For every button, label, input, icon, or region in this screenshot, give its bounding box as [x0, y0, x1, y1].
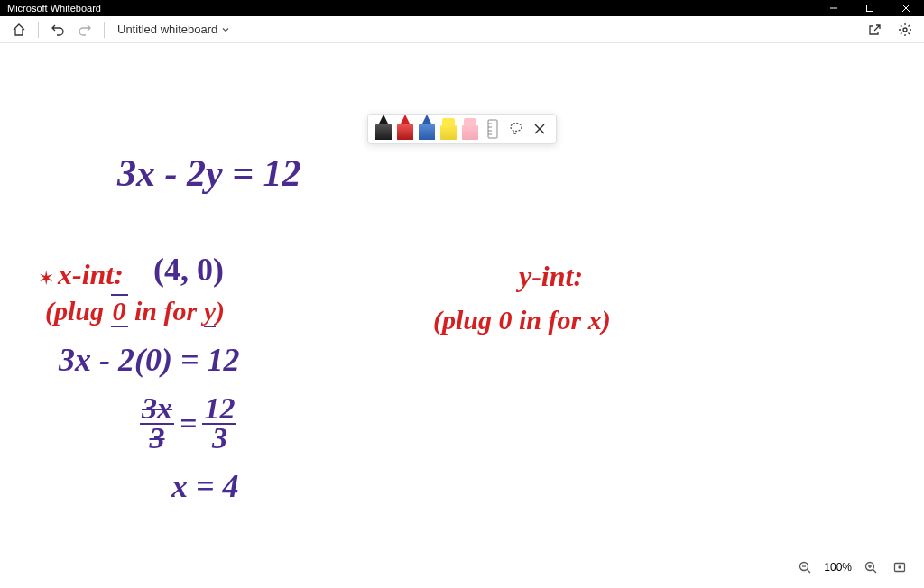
- svg-rect-8: [488, 120, 497, 138]
- ink-xint-value: (4, 0): [153, 251, 224, 289]
- divider: [38, 22, 39, 38]
- ink-equation: 3x - 2y = 12: [117, 152, 301, 195]
- ink-xint-label: x-int:: [58, 258, 124, 291]
- pen-black[interactable]: [375, 115, 392, 140]
- whiteboard-title-label: Untitled whiteboard: [117, 23, 217, 36]
- ink-yint-hint: (plug 0 in for x): [433, 305, 611, 335]
- ink-xint-hint: (plug 0 in for y): [45, 296, 225, 326]
- undo-button[interactable]: [46, 18, 69, 41]
- ink-step3: x = 4: [171, 467, 239, 505]
- ink-step1: 3x - 2(0) = 12: [59, 341, 239, 379]
- highlighter-yellow[interactable]: [440, 118, 457, 140]
- maximize-button[interactable]: [852, 0, 888, 16]
- svg-line-17: [808, 570, 811, 574]
- lasso-tool[interactable]: [507, 118, 525, 140]
- main-toolbar: Untitled whiteboard: [0, 16, 924, 43]
- fit-screen-button[interactable]: [890, 557, 910, 577]
- zoom-level-label: 100%: [824, 561, 852, 574]
- eraser-tool[interactable]: [462, 118, 478, 140]
- whiteboard-canvas[interactable]: 3x - 2y = 12 ✶ x-int: (4, 0) (plug 0 in …: [0, 43, 924, 588]
- close-button[interactable]: [888, 0, 924, 16]
- svg-point-13: [511, 124, 522, 132]
- share-button[interactable]: [863, 18, 886, 41]
- chevron-down-icon: [221, 25, 230, 34]
- ruler-tool[interactable]: [484, 118, 502, 140]
- pen-toolbar: [367, 114, 557, 144]
- close-pen-toolbar[interactable]: [531, 118, 549, 140]
- redo-button[interactable]: [73, 18, 97, 41]
- svg-line-20: [873, 570, 877, 574]
- minimize-button[interactable]: [816, 0, 852, 16]
- svg-point-4: [903, 28, 907, 32]
- home-button[interactable]: [7, 18, 31, 41]
- app-title: Microsoft Whiteboard: [7, 3, 101, 14]
- settings-button[interactable]: [893, 18, 917, 41]
- window-controls: [816, 0, 924, 16]
- ink-yint-label: y-int:: [519, 260, 583, 293]
- svg-rect-1: [867, 5, 873, 12]
- whiteboard-title-dropdown[interactable]: Untitled whiteboard: [112, 23, 236, 36]
- window-titlebar: Microsoft Whiteboard: [0, 0, 924, 16]
- ink-step2: 3x3 = 123: [140, 395, 236, 452]
- zoom-out-button[interactable]: [795, 557, 815, 577]
- divider: [104, 22, 105, 38]
- zoom-controls: 100%: [790, 554, 915, 581]
- pen-red[interactable]: [397, 115, 413, 140]
- svg-point-24: [899, 566, 901, 568]
- ink-star-icon: ✶: [38, 267, 54, 290]
- pen-blue[interactable]: [419, 115, 435, 140]
- zoom-in-button[interactable]: [861, 557, 881, 577]
